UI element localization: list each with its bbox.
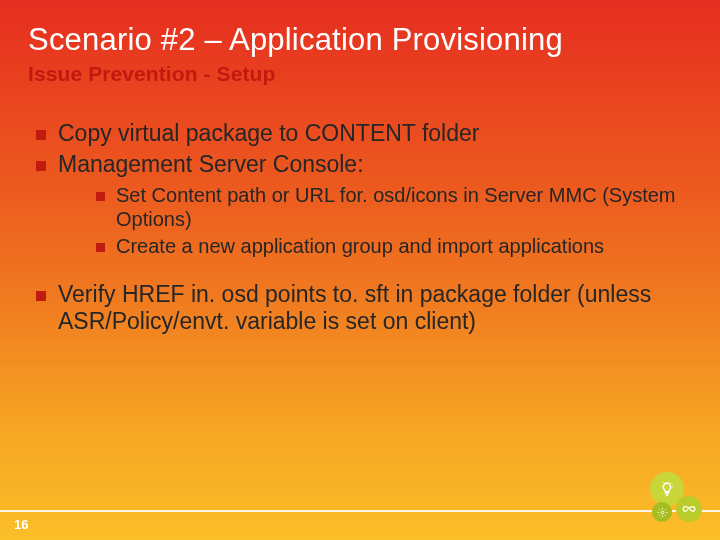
infinity-icon: [676, 496, 702, 522]
bullet-list: Copy virtual package to CONTENT folder M…: [28, 120, 692, 259]
list-item-label: Management Server Console:: [58, 151, 364, 177]
gear-icon: [652, 502, 672, 522]
list-item: Verify HREF in. osd points to. sft in pa…: [28, 281, 692, 335]
list-item: Management Server Console: Set Content p…: [28, 151, 692, 259]
slide-subtitle: Issue Prevention - Setup: [28, 62, 692, 86]
slide-content: Copy virtual package to CONTENT folder M…: [28, 120, 692, 335]
svg-point-0: [661, 511, 664, 514]
footer-divider: [0, 510, 720, 512]
decorative-badges: [646, 472, 702, 528]
list-item: Set Content path or URL for. osd/icons i…: [58, 184, 692, 231]
list-item: Create a new application group and impor…: [58, 235, 692, 259]
slide: Scenario #2 – Application Provisioning I…: [0, 0, 720, 335]
bullet-list: Verify HREF in. osd points to. sft in pa…: [28, 281, 692, 335]
bullet-sublist: Set Content path or URL for. osd/icons i…: [58, 184, 692, 259]
slide-title: Scenario #2 – Application Provisioning: [28, 22, 692, 58]
page-number: 16: [14, 517, 28, 532]
list-item: Copy virtual package to CONTENT folder: [28, 120, 692, 147]
